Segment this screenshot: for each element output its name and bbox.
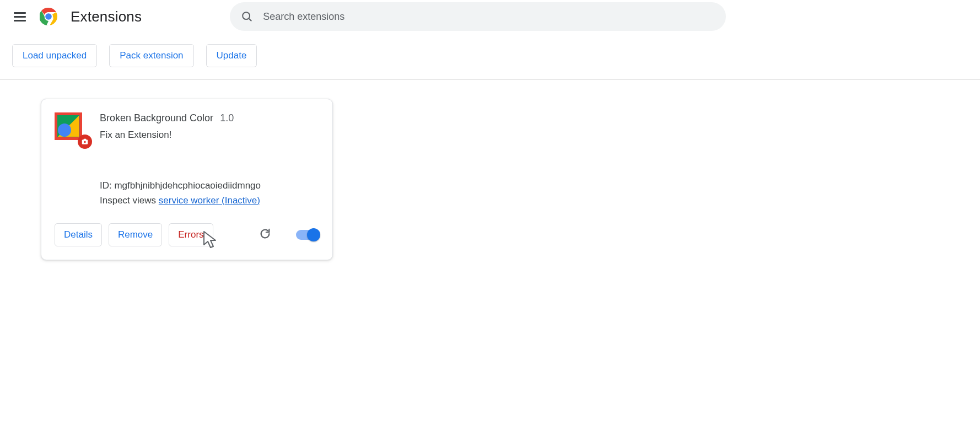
load-unpacked-button[interactable]: Load unpacked [12,44,97,67]
reload-extension-button[interactable] [255,225,275,245]
update-button[interactable]: Update [206,44,257,67]
svg-point-11 [84,141,86,143]
extensions-list: Broken Background Color 1.0 Fix an Exten… [0,80,980,279]
extension-id-value: mgfbhjnibhjdehcphiocaoiediidmngo [114,180,261,191]
svg-rect-10 [84,139,87,140]
extension-id-row: ID: mgfbhjnibhjdehcphiocaoiediidmngo [100,178,319,193]
dev-toolbar: Load unpacked Pack extension Update [0,33,980,80]
search-input[interactable] [263,11,715,23]
chrome-logo-icon [40,8,57,25]
hamburger-icon [14,10,26,24]
svg-line-4 [249,19,252,21]
page-title: Extensions [71,8,142,25]
main-menu-button[interactable] [9,6,31,28]
pack-extension-button[interactable]: Pack extension [109,44,193,67]
inspect-views-row: Inspect views service worker (Inactive) [100,193,319,208]
unpacked-badge-icon [78,135,92,149]
svg-point-8 [58,123,71,137]
extension-description: Fix an Extension! [100,130,319,141]
svg-point-3 [243,12,250,19]
errors-button[interactable]: Errors [169,223,213,246]
inspect-views-label: Inspect views [100,195,159,206]
extension-name: Broken Background Color [100,112,213,124]
search-icon [241,10,253,23]
reload-icon [259,228,271,242]
extension-version: 1.0 [220,112,234,124]
extension-icon [55,112,85,143]
extension-card: Broken Background Color 1.0 Fix an Exten… [41,99,333,260]
svg-point-2 [45,13,52,20]
enable-toggle[interactable] [296,230,319,240]
search-container[interactable] [230,2,726,31]
extension-id-label: ID: [100,180,114,191]
service-worker-link[interactable]: service worker (Inactive) [159,195,260,206]
remove-button[interactable]: Remove [109,223,162,246]
header: Extensions [0,0,980,33]
details-button[interactable]: Details [55,223,102,246]
